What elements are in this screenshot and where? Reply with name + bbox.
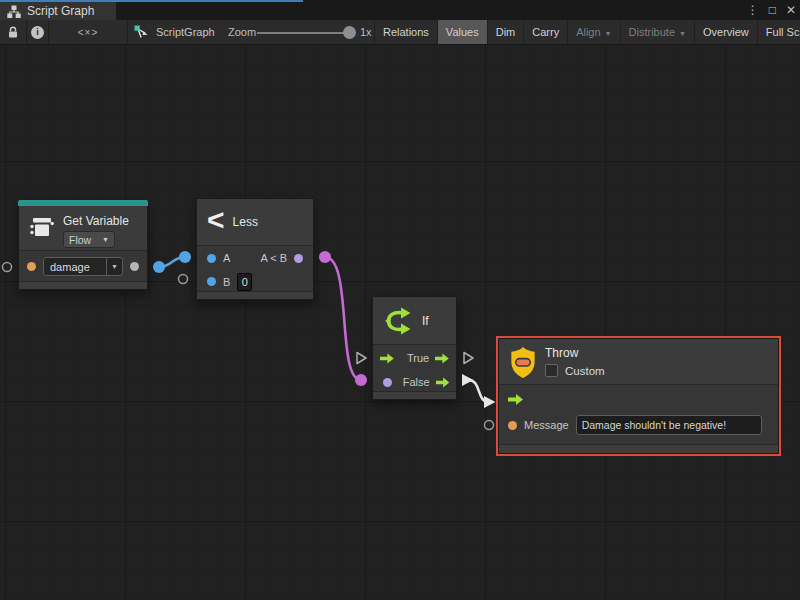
bool-port-icon	[294, 254, 303, 263]
string-port-icon	[27, 262, 36, 271]
value-output-icon	[130, 262, 139, 271]
zoom-label: Zoom	[228, 26, 256, 38]
relations-button[interactable]: Relations	[374, 20, 437, 44]
zoom-slider-track[interactable]	[257, 32, 345, 34]
port-less-result-out[interactable]	[319, 251, 331, 263]
full-screen-button[interactable]: Full Screen	[757, 20, 800, 44]
port-if-condition-in[interactable]	[355, 374, 367, 386]
chevron-down-icon: ▼	[605, 30, 612, 37]
lock-icon	[7, 25, 19, 39]
variable-name-dropdown[interactable]: damage ▼	[43, 257, 123, 276]
node-title: If	[422, 314, 429, 328]
true-label: True	[400, 352, 429, 364]
node-footer	[197, 291, 313, 299]
string-port-icon	[508, 421, 517, 430]
overview-button[interactable]: Overview	[694, 20, 757, 44]
if-row-false: False	[373, 371, 456, 393]
get-variable-name-row: damage ▼	[19, 251, 147, 282]
less-row-a: A A < B	[197, 246, 313, 270]
script-graph-asset-icon	[134, 25, 149, 40]
view-options-group: Relations Values Dim Carry Align ▼ Distr…	[374, 20, 800, 44]
dim-button[interactable]: Dim	[487, 20, 524, 44]
port-getvariable-value-out[interactable]	[153, 261, 165, 273]
variable-scope-dropdown[interactable]: Flow ▼	[63, 231, 115, 248]
graph-canvas[interactable]: Get Variable Flow ▼ damage ▼ <	[0, 45, 800, 600]
chevron-down-icon: ▼	[106, 258, 122, 275]
lock-button[interactable]	[0, 20, 27, 44]
if-header: If	[373, 297, 456, 345]
flow-out-arrow-icon	[436, 377, 449, 388]
zoom-value: 1x	[360, 26, 372, 38]
flow-in-arrow-icon	[380, 353, 394, 364]
node-title: Less	[233, 215, 258, 229]
get-variable-header: Get Variable Flow ▼	[19, 206, 147, 251]
port-b-label: B	[223, 276, 230, 288]
tab-bar: Script Graph ⋮ □ ✕	[0, 0, 800, 20]
tab-script-graph[interactable]: Script Graph	[0, 2, 116, 20]
port-if-true-out[interactable]	[464, 353, 473, 364]
port-throw-enter-in[interactable]	[484, 396, 496, 408]
port-a-label: A	[223, 252, 230, 264]
throw-header: Throw Custom	[499, 339, 778, 385]
distribute-dropdown[interactable]: Distribute ▼	[620, 20, 694, 44]
values-button[interactable]: Values	[437, 20, 487, 44]
node-title: Get Variable	[63, 214, 129, 228]
tab-title: Script Graph	[27, 4, 94, 18]
less-header: < Less	[197, 199, 313, 246]
port-if-enter-in[interactable]	[357, 353, 366, 364]
node-throw[interactable]: Throw Custom Message Damage shou	[498, 338, 779, 454]
flow-out-arrow-icon	[435, 353, 449, 364]
graph-reference[interactable]: ScriptGraph	[134, 20, 215, 44]
custom-checkbox[interactable]	[545, 364, 558, 377]
number-port-icon	[207, 277, 216, 286]
carry-button[interactable]: Carry	[523, 20, 567, 44]
window-controls: ⋮ □ ✕	[747, 0, 796, 20]
branch-icon	[383, 306, 413, 336]
port-if-false-out[interactable]	[462, 374, 474, 386]
node-less[interactable]: < Less A A < B B 0	[196, 198, 314, 300]
flow-in-arrow-icon	[508, 394, 523, 405]
exception-shield-icon	[509, 346, 537, 379]
port-throw-message-in[interactable]	[485, 421, 494, 430]
zoom-slider-handle[interactable]	[343, 26, 356, 39]
more-menu-icon[interactable]: ⋮	[747, 0, 759, 20]
port-getvariable-name-in[interactable]	[3, 263, 12, 272]
align-dropdown[interactable]: Align ▼	[567, 20, 619, 44]
graph-hierarchy-icon	[7, 5, 21, 18]
throw-flow-row	[499, 385, 778, 413]
wire-less-to-if[interactable]	[325, 257, 361, 380]
chevron-down-icon: ▼	[102, 236, 109, 243]
message-label: Message	[524, 419, 569, 431]
info-button[interactable]: i	[27, 20, 49, 44]
message-field[interactable]: Damage shouldn't be negative!	[576, 415, 762, 435]
custom-label: Custom	[565, 365, 605, 377]
graph-name-label: ScriptGraph	[156, 26, 215, 38]
variable-icon	[29, 214, 55, 240]
less-than-icon: <	[207, 205, 225, 235]
bool-port-icon	[383, 378, 392, 387]
node-title: Throw	[545, 346, 605, 360]
selection-outline: Throw Custom Message Damage shou	[496, 336, 781, 456]
b-value-field[interactable]: 0	[237, 273, 252, 291]
script-graph-window: Script Graph ⋮ □ ✕ i <×> Script	[0, 0, 800, 600]
false-label: False	[401, 376, 430, 388]
close-icon[interactable]: ✕	[786, 0, 796, 20]
node-footer	[499, 444, 778, 453]
info-icon: i	[31, 26, 44, 39]
code-view-button[interactable]: <×>	[49, 20, 128, 44]
maximize-icon[interactable]: □	[769, 0, 776, 20]
chevron-down-icon: ▼	[679, 30, 686, 37]
less-row-b: B 0	[197, 270, 313, 293]
node-if[interactable]: If True False	[372, 296, 457, 400]
node-footer	[19, 281, 147, 289]
port-less-b-in[interactable]	[179, 275, 188, 284]
number-port-icon	[207, 254, 216, 263]
graph-toolbar: i <×> ScriptGraph Zoom 1x Relations Valu…	[0, 20, 800, 45]
port-less-a-in[interactable]	[179, 251, 191, 263]
code-icon: <×>	[78, 27, 99, 38]
throw-message-row: Message Damage shouldn't be negative!	[499, 413, 778, 437]
if-row-true: True	[373, 345, 456, 371]
node-get-variable[interactable]: Get Variable Flow ▼ damage ▼	[18, 200, 148, 290]
result-label: A < B	[260, 252, 287, 264]
node-footer	[373, 391, 456, 399]
